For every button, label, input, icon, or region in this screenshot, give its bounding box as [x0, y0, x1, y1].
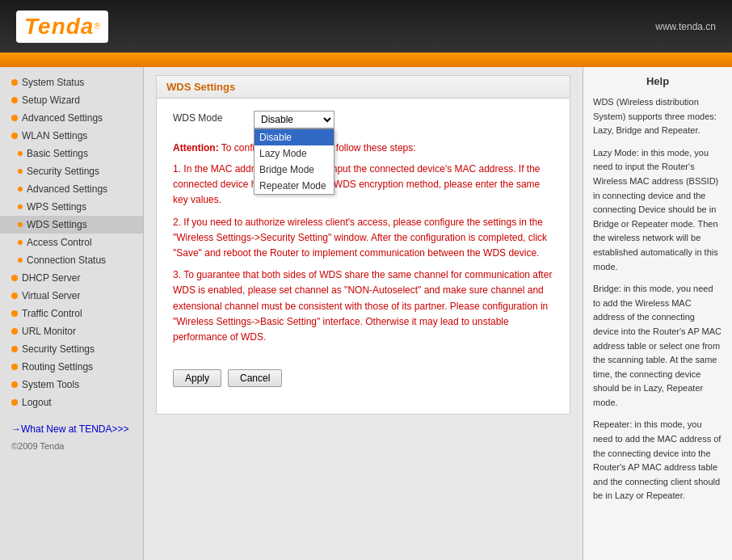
tenda-link[interactable]: →What New at TENDA>>> — [11, 423, 129, 435]
sidebar-item-logout[interactable]: Logout — [0, 394, 143, 411]
sidebar-label: Security Settings — [27, 166, 99, 177]
bullet-icon — [11, 293, 18, 299]
sidebar-label: URL Monitor — [22, 326, 76, 337]
sidebar-label: Security Settings — [22, 343, 95, 355]
attention-label: Attention: — [173, 142, 219, 154]
dropdown-option-repeater[interactable]: Repeater Mode — [255, 178, 334, 194]
sidebar-item-wds-settings-sub[interactable]: WDS Settings — [0, 216, 143, 234]
wds-content: WDS Mode Disable Lazy Mode Bridge Mode R… — [157, 99, 570, 357]
wds-mode-dropdown: Disable Lazy Mode Bridge Mode Repeater M… — [254, 128, 334, 195]
bullet-small-icon — [18, 222, 23, 227]
logo: Tenda® — [16, 11, 108, 43]
sidebar-item-dhcp-server[interactable]: DHCP Server — [0, 269, 143, 287]
content-area: WDS Settings WDS Mode Disable Lazy Mode … — [144, 67, 583, 560]
attention-item-2: 2. If you need to authorize wireless cli… — [173, 215, 553, 262]
sidebar-item-advanced-settings[interactable]: Advanced Settings — [0, 109, 143, 127]
sidebar-label: Routing Settings — [22, 361, 93, 373]
sidebar-item-connection-status[interactable]: Connection Status — [0, 251, 143, 269]
sidebar-item-advanced-settings-sub[interactable]: Advanced Settings — [0, 180, 143, 198]
sidebar-label: Basic Settings — [27, 148, 88, 159]
sidebar-item-url-monitor[interactable]: URL Monitor — [0, 322, 143, 340]
bullet-icon — [11, 364, 18, 370]
bullet-icon — [11, 328, 18, 335]
help-panel: Help WDS (Wireless distribution System) … — [583, 67, 732, 560]
sidebar-item-routing-settings[interactable]: Routing Settings — [0, 358, 143, 376]
bullet-icon — [11, 97, 18, 103]
sidebar-item-setup-wizard[interactable]: Setup Wizard — [0, 91, 143, 109]
sidebar-label: WLAN Settings — [22, 130, 87, 141]
dropdown-option-lazy[interactable]: Lazy Mode — [255, 145, 334, 162]
header: Tenda® www.tenda.cn — [0, 0, 732, 53]
sidebar-item-security-settings-sub[interactable]: Security Settings — [0, 162, 143, 180]
help-para-2: Lazy Mode: in this mode, you need to inp… — [593, 146, 722, 274]
sidebar-special-link[interactable]: →What New at TENDA>>> — [0, 419, 143, 439]
bullet-small-icon — [18, 151, 23, 156]
sidebar-label: Connection Status — [27, 255, 106, 266]
bullet-icon — [11, 79, 18, 86]
sidebar-label: WPS Settings — [27, 201, 86, 213]
help-para-3: Bridge: in this mode, you need to add th… — [593, 282, 722, 410]
header-url: www.tenda.cn — [655, 21, 716, 32]
bullet-small-icon — [18, 169, 23, 174]
sidebar-label: Access Control — [27, 237, 92, 248]
sidebar-label: Setup Wizard — [22, 95, 80, 106]
sidebar-label: Virtual Server — [22, 290, 80, 301]
bullet-icon — [11, 310, 18, 317]
sidebar-label: System Tools — [22, 379, 79, 390]
sidebar-label: WDS Settings — [27, 219, 87, 230]
bullet-icon — [11, 275, 18, 281]
attention-item-1: 1. In the MAC address table, please inpu… — [173, 162, 553, 208]
sidebar-item-security-settings[interactable]: Security Settings — [0, 340, 143, 358]
main-layout: System Status Setup Wizard Advanced Sett… — [0, 67, 732, 560]
sidebar-item-virtual-server[interactable]: Virtual Server — [0, 287, 143, 305]
wds-mode-label: WDS Mode — [173, 111, 254, 124]
help-para-1: WDS (Wireless distribution System) suppo… — [593, 95, 722, 138]
dropdown-option-disable[interactable]: Disable — [255, 129, 334, 145]
bullet-icon — [11, 381, 18, 388]
bullet-icon — [11, 346, 18, 352]
bullet-small-icon — [18, 204, 23, 209]
sidebar-label: System Status — [22, 77, 84, 88]
sidebar-item-wlan-settings[interactable]: WLAN Settings — [0, 127, 143, 145]
wds-mode-select[interactable]: Disable Lazy Mode Bridge Mode Repeater M… — [254, 111, 334, 128]
sidebar-item-system-tools[interactable]: System Tools — [0, 376, 143, 394]
sidebar-item-wps-settings[interactable]: WPS Settings — [0, 198, 143, 216]
bullet-icon — [11, 399, 18, 406]
sidebar-label: Traffic Control — [22, 308, 82, 319]
bullet-icon — [11, 115, 18, 121]
wds-mode-select-wrapper: Disable Lazy Mode Bridge Mode Repeater M… — [254, 111, 334, 128]
orange-bar — [0, 53, 732, 67]
attention-item-3: 3. To guarantee that both sides of WDS s… — [173, 267, 553, 345]
button-row: Apply Cancel — [157, 357, 570, 399]
help-para-4: Repeater: in this mode, you need to add … — [593, 418, 722, 503]
bullet-small-icon — [18, 240, 23, 245]
logo-text: Tenda — [24, 14, 94, 40]
sidebar-label: DHCP Server — [22, 272, 80, 284]
sidebar-label: Advanced Settings — [22, 112, 103, 124]
apply-button[interactable]: Apply — [173, 369, 221, 387]
wds-mode-row: WDS Mode Disable Lazy Mode Bridge Mode R… — [173, 111, 553, 128]
bullet-small-icon — [18, 258, 23, 263]
sidebar-label: Logout — [22, 397, 52, 408]
sidebar-label: Advanced Settings — [27, 183, 107, 195]
cancel-button[interactable]: Cancel — [228, 369, 282, 387]
bullet-small-icon — [18, 187, 23, 192]
dropdown-option-bridge[interactable]: Bridge Mode — [255, 162, 334, 178]
sidebar-copyright: ©2009 Tenda — [0, 439, 143, 453]
sidebar-item-system-status[interactable]: System Status — [0, 74, 143, 91]
sidebar-item-access-control[interactable]: Access Control — [0, 234, 143, 251]
sidebar-item-basic-settings[interactable]: Basic Settings — [0, 145, 143, 162]
bullet-icon — [11, 133, 18, 139]
sidebar-item-traffic-control[interactable]: Traffic Control — [0, 305, 143, 322]
help-title: Help — [593, 75, 722, 87]
logo-trademark: ® — [94, 22, 99, 31]
attention-intro: Attention: To configure WDS, please foll… — [173, 141, 553, 155]
attention-section: Attention: To configure WDS, please foll… — [173, 141, 553, 345]
help-text: WDS (Wireless distribution System) suppo… — [593, 95, 722, 503]
wds-box: WDS Settings WDS Mode Disable Lazy Mode … — [156, 75, 570, 415]
wds-title-bar: WDS Settings — [157, 76, 570, 99]
sidebar: System Status Setup Wizard Advanced Sett… — [0, 67, 144, 560]
